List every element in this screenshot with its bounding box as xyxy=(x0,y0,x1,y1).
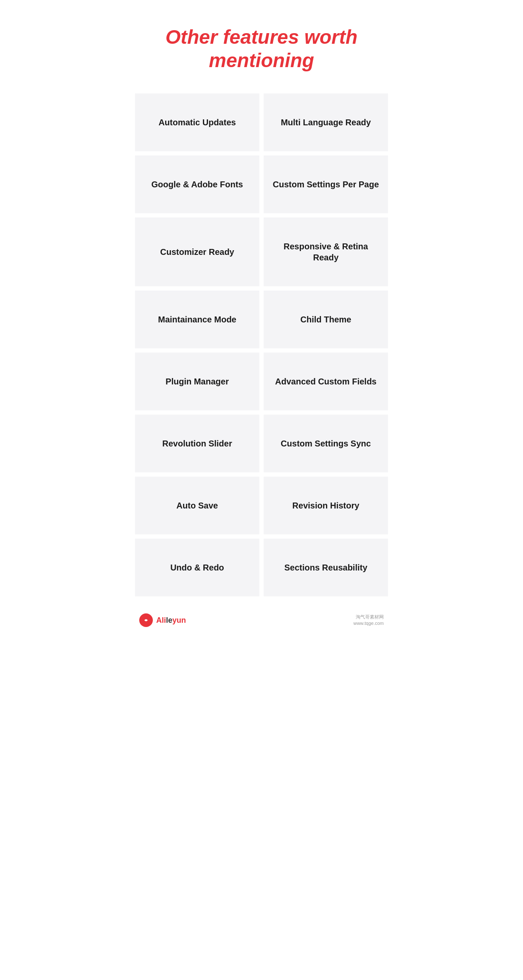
feature-label: Custom Settings Sync xyxy=(281,438,371,449)
grid-item: Auto Save xyxy=(135,477,259,534)
grid-item: Maintainance Mode xyxy=(135,291,259,348)
header: Other features worth mentioning xyxy=(131,0,392,93)
footer-logo: Alileyun xyxy=(139,613,186,627)
feature-label: Revision History xyxy=(292,500,360,511)
features-grid: Automatic UpdatesMulti Language ReadyGoo… xyxy=(131,93,392,601)
feature-label: Multi Language Ready xyxy=(281,117,371,128)
grid-item: Plugin Manager xyxy=(135,353,259,410)
grid-item: Revolution Slider xyxy=(135,415,259,472)
feature-label: Undo & Redo xyxy=(170,562,224,573)
feature-label: Advanced Custom Fields xyxy=(275,376,377,387)
grid-item: Multi Language Ready xyxy=(264,93,388,151)
grid-item: Custom Settings Per Page xyxy=(264,155,388,213)
feature-label: Maintainance Mode xyxy=(158,314,236,325)
brand-icon xyxy=(139,613,153,627)
grid-item: Custom Settings Sync xyxy=(264,415,388,472)
feature-label: Automatic Updates xyxy=(158,117,236,128)
feature-label: Child Theme xyxy=(300,314,351,325)
feature-label: Customizer Ready xyxy=(160,246,234,257)
feature-label: Sections Reusability xyxy=(284,562,368,573)
grid-item: Advanced Custom Fields xyxy=(264,353,388,410)
grid-item: Revision History xyxy=(264,477,388,534)
feature-label: Revolution Slider xyxy=(162,438,232,449)
grid-item: Undo & Redo xyxy=(135,539,259,596)
brand-name: Alileyun xyxy=(156,616,186,625)
grid-item: Responsive & Retina Ready xyxy=(264,217,388,286)
feature-label: Custom Settings Per Page xyxy=(273,179,379,190)
page-title: Other features worth mentioning xyxy=(148,25,375,72)
feature-label: Auto Save xyxy=(177,500,218,511)
grid-item: Child Theme xyxy=(264,291,388,348)
grid-item: Google & Adobe Fonts xyxy=(135,155,259,213)
feature-label: Responsive & Retina Ready xyxy=(272,241,380,263)
grid-item: Customizer Ready xyxy=(135,217,259,286)
grid-item: Sections Reusability xyxy=(264,539,388,596)
feature-label: Plugin Manager xyxy=(166,376,229,387)
watermark: 淘气哥素材网 www.tqge.com xyxy=(353,614,384,627)
footer: Alileyun 淘气哥素材网 www.tqge.com xyxy=(131,605,392,635)
feature-label: Google & Adobe Fonts xyxy=(152,179,243,190)
page-wrapper: Other features worth mentioning Automati… xyxy=(131,0,392,635)
grid-item: Automatic Updates xyxy=(135,93,259,151)
